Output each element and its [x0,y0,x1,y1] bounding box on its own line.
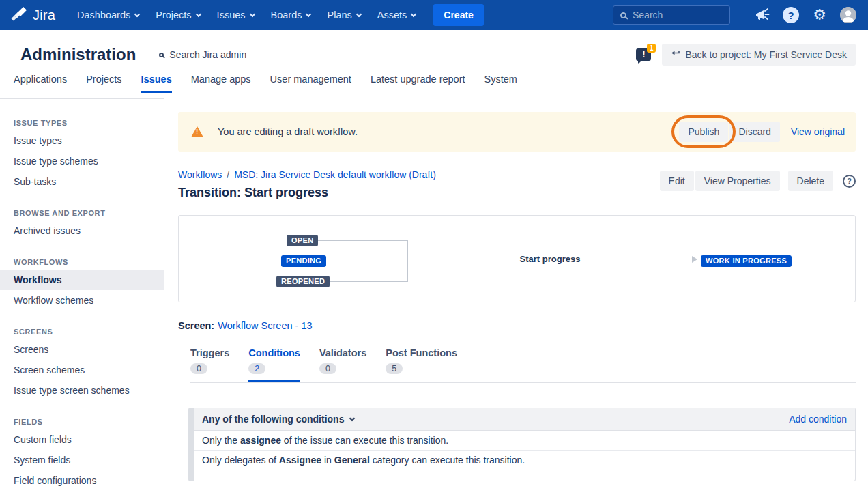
jira-logo-text: Jira [33,8,55,23]
main-content: You are editing a draft workflow. Publis… [164,98,868,483]
help-icon[interactable]: ? [782,6,800,24]
tab-post-functions[interactable]: Post Functions 5 [386,347,457,382]
global-search-input[interactable] [633,10,723,20]
workflow-screen-link[interactable]: Workflow Screen - 13 [218,320,312,331]
edit-button[interactable]: Edit [660,171,694,191]
back-to-project-button[interactable]: Back to project: My First Service Desk [662,44,856,66]
main-layout: ISSUE TYPES Issue types Issue type schem… [0,98,868,483]
admin-header: Administration Search Jira admin ! 1 Bac… [0,30,868,74]
transition-actions: Edit View Properties Delete ? [660,171,856,191]
breadcrumb-current-link[interactable]: MSD: Jira Service Desk default workflow … [234,169,436,180]
tab-manage-apps[interactable]: Manage apps [191,74,251,91]
nav-assets[interactable]: Assets [369,0,424,30]
source-status-row: REOPENED [276,276,407,287]
jira-logo[interactable]: Jira [11,5,55,25]
chevron-down-icon [134,11,140,16]
add-condition-link[interactable]: Add condition [789,414,847,425]
help-icon[interactable]: ? [843,175,856,188]
sidebar-item-archived-issues[interactable]: Archived issues [0,220,164,241]
sidebar-item-system-fields[interactable]: System fields [0,450,164,470]
sidebar-item-field-configurations[interactable]: Field configurations [0,470,164,486]
sidebar-item-screens[interactable]: Screens [0,339,164,360]
transition-label: Start progress [520,254,581,264]
source-status-row: PENDING [281,255,407,267]
sidebar-group-issue-types: ISSUE TYPES Issue types Issue type schem… [0,102,164,192]
sidebar-item-issue-types[interactable]: Issue types [0,130,164,151]
breadcrumb-section: Workflows/MSD: Jira Service Desk default… [178,169,856,200]
sidebar-group-title: SCREENS [0,328,164,336]
tab-user-management[interactable]: User management [270,74,351,91]
breadcrumb-workflows-link[interactable]: Workflows [178,169,222,180]
condition-row: Only the assignee of the issue can execu… [194,431,855,451]
conditions-count-badge: 2 [248,363,265,374]
notification-badge: 1 [647,44,656,53]
nav-projects[interactable]: Projects [147,0,208,30]
sidebar-item-custom-fields[interactable]: Custom fields [0,429,164,450]
feedback-notification-icon[interactable]: ! 1 [636,48,651,61]
sidebar-group-screens: SCREENS Screens Screen schemes Issue typ… [0,311,164,401]
tab-validators[interactable]: Validators 0 [319,347,366,382]
sidebar-item-workflow-schemes[interactable]: Workflow schemes [0,290,164,311]
sidebar-item-issue-type-schemes[interactable]: Issue type schemes [0,151,164,171]
sidebar-item-screen-schemes[interactable]: Screen schemes [0,360,164,380]
source-status-row: OPEN [287,235,407,246]
transition-connector: Start progress [408,254,697,264]
view-properties-button[interactable]: View Properties [695,171,780,191]
chevron-down-icon [249,11,255,16]
nav-issues[interactable]: Issues [209,0,263,30]
connector-line [326,261,407,261]
nav-plans[interactable]: Plans [319,0,368,30]
sidebar-group-title: ISSUE TYPES [0,119,164,127]
tab-conditions[interactable]: Conditions 2 [248,347,300,382]
sidebar: ISSUE TYPES Issue types Issue type schem… [0,98,164,483]
nav-boards[interactable]: Boards [263,0,319,30]
sidebar-group-browse-export: BROWSE AND EXPORT Archived issues [0,192,164,241]
search-icon [620,12,626,18]
sidebar-item-workflows[interactable]: Workflows [0,270,164,290]
draft-action-buttons: Publish Discard [679,121,779,142]
connector-line [330,281,407,282]
chevron-down-icon [349,416,355,421]
publish-button-wrapper: Publish [679,121,728,142]
triggers-count-badge: 0 [190,363,207,374]
announcement-icon[interactable] [753,6,771,24]
chevron-down-icon [356,11,362,16]
tab-system[interactable]: System [484,74,517,91]
tab-issues[interactable]: Issues [141,74,172,93]
sidebar-group-fields: FIELDS Custom fields System fields Field… [0,401,164,486]
draft-warning-banner: You are editing a draft workflow. Publis… [178,112,856,152]
sidebar-item-sub-tasks[interactable]: Sub-tasks [0,171,164,192]
tab-triggers[interactable]: Triggers 0 [190,347,229,382]
global-search[interactable] [613,5,730,25]
user-avatar[interactable] [839,6,857,24]
status-lozenge-pending[interactable]: PENDING [281,255,326,267]
breadcrumb-separator: / [227,169,229,180]
warning-icon [191,126,203,137]
status-lozenge-reopened[interactable]: REOPENED [276,276,330,287]
delete-button[interactable]: Delete [788,171,833,191]
nav-dashboards[interactable]: Dashboards [69,0,147,30]
admin-search-label: Search Jira admin [169,49,246,60]
conditions-panel: Any of the following conditions Add cond… [188,408,856,481]
discard-button[interactable]: Discard [729,121,779,142]
back-button-label: Back to project: My First Service Desk [685,49,847,60]
admin-tab-bar: Applications Projects Issues Manage apps… [0,74,868,98]
tab-projects[interactable]: Projects [86,74,121,91]
gear-glyph: ⚙ [813,8,826,23]
chevron-down-icon [306,11,311,16]
settings-gear-icon[interactable]: ⚙ [811,6,828,24]
status-lozenge-open[interactable]: OPEN [287,235,318,246]
connector-line [408,259,512,259]
page-title: Administration [20,45,136,64]
publish-button[interactable]: Publish [679,121,728,142]
post-functions-count-badge: 5 [386,363,403,374]
admin-search[interactable]: Search Jira admin [159,49,246,60]
tab-latest-upgrade-report[interactable]: Latest upgrade report [371,74,465,91]
sidebar-item-issue-type-screen-schemes[interactable]: Issue type screen schemes [0,380,164,401]
create-button[interactable]: Create [433,4,484,26]
screen-row: Screen:Workflow Screen - 13 [178,320,856,331]
view-original-link[interactable]: View original [791,126,845,137]
status-lozenge-work-in-progress[interactable]: WORK IN PROGRESS [701,255,792,267]
conditions-operator-dropdown[interactable]: Any of the following conditions [202,414,344,425]
tab-applications[interactable]: Applications [14,74,67,91]
